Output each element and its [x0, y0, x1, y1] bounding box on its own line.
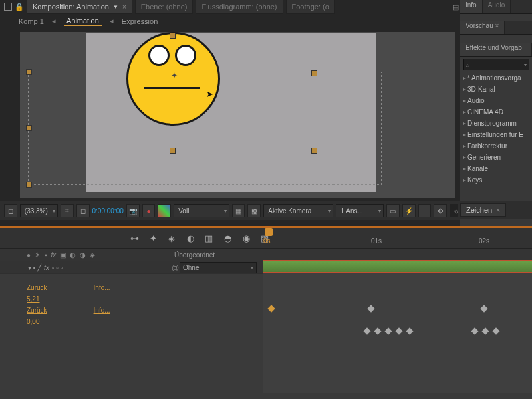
timeline-icon[interactable]: ☰ — [418, 204, 432, 217]
views-dropdown[interactable]: 1 Ans... — [336, 204, 384, 217]
frame-blend-icon[interactable]: ✦ — [146, 232, 160, 244]
motion-blur-icon[interactable]: ◐ — [70, 251, 76, 259]
tab-footage[interactable]: Footage: (o — [286, 0, 335, 14]
blend-icon[interactable]: ▣ — [60, 251, 66, 259]
resolution-icon[interactable]: ⌗ — [61, 204, 74, 217]
selection-handle[interactable] — [26, 125, 32, 131]
lock-icon[interactable]: ▪ — [45, 251, 47, 259]
fx-icon[interactable]: fx — [51, 251, 57, 259]
keyframe[interactable] — [492, 327, 499, 334]
effect-category[interactable]: ▸Kanäle — [460, 163, 532, 174]
av-icon[interactable]: ● — [27, 251, 31, 259]
category-label: 3D-Kanal — [467, 86, 495, 93]
square-icon[interactable] — [4, 3, 12, 11]
close-icon[interactable]: × — [122, 3, 126, 11]
flowchart-icon[interactable]: ⚙ — [434, 204, 447, 217]
timecode[interactable]: 0:00:00:00 — [92, 207, 124, 215]
3d-icon[interactable]: ◈ — [90, 251, 95, 259]
close-icon[interactable]: × — [496, 207, 500, 214]
tab-label: Komposition: Animation — [33, 3, 109, 11]
prop-value[interactable]: 0,00 — [27, 318, 39, 325]
grid-icon[interactable]: ▦ — [232, 204, 245, 217]
tab-composition[interactable]: Komposition: Animation ▼ × — [27, 0, 132, 14]
dropdown-icon[interactable]: ▼ — [113, 4, 118, 10]
camera-dropdown[interactable]: Aktive Kamera — [263, 204, 333, 217]
effect-category[interactable]: ▸3D-Kanal — [460, 84, 532, 95]
tab-vorschau[interactable]: Vorschau × — [460, 21, 505, 34]
shy-icon[interactable]: ⊶ — [128, 232, 141, 244]
panel-menu-icon[interactable]: ▤ — [452, 3, 459, 11]
effect-category[interactable]: ▸Audio — [460, 95, 532, 106]
pickwhip-icon[interactable]: @ — [172, 263, 179, 271]
prop-info[interactable]: Info... — [94, 284, 110, 291]
pixel-aspect-icon[interactable]: ▭ — [386, 204, 400, 217]
adjustment-icon[interactable]: ◑ — [80, 251, 86, 259]
motion-blur-icon[interactable]: ◐ — [184, 232, 197, 244]
keyframe[interactable] — [363, 327, 370, 334]
keyframe[interactable] — [374, 327, 381, 334]
effects-header: Effekte und Vorgab — [460, 43, 532, 57]
close-icon[interactable]: × — [495, 22, 499, 29]
resolution-dropdown[interactable]: Voll — [174, 204, 229, 217]
prop-control[interactable]: Zurück — [27, 307, 47, 314]
tab-flussdiagramm[interactable]: Flussdiagramm: (ohne) — [196, 0, 283, 14]
prop-value[interactable]: 5,21 — [27, 295, 39, 303]
right-panels: Info Audio Vorschau × Effekte und Vorgab… — [460, 0, 532, 226]
keyframe[interactable] — [406, 327, 413, 334]
time-ruler[interactable]: 0s 01s 02s — [263, 228, 532, 248]
effect-category[interactable]: ▸Generieren — [460, 152, 532, 163]
chevron-right-icon: ▸ — [463, 154, 466, 160]
layer-bar[interactable] — [263, 260, 532, 273]
magnify-icon[interactable]: ◻ — [4, 204, 17, 217]
keyframe[interactable] — [481, 327, 489, 334]
tab-info[interactable]: Info — [460, 0, 483, 13]
channel-icon[interactable]: ● — [142, 204, 156, 217]
roi-icon[interactable]: ◻ — [76, 204, 90, 217]
effect-category[interactable]: ▸Keys — [460, 174, 532, 186]
tab-audio[interactable]: Audio — [483, 0, 511, 13]
graph-icon[interactable]: ▥ — [202, 232, 215, 244]
lock-icon[interactable]: 🔒 — [15, 3, 24, 11]
effects-search[interactable]: ⌕▾ — [463, 59, 529, 70]
channel-icon[interactable] — [158, 204, 171, 217]
keyframe[interactable] — [480, 305, 487, 312]
fast-preview-icon[interactable]: ⚡ — [402, 204, 416, 217]
timeline-tracks[interactable] — [263, 260, 532, 393]
selection-handle[interactable] — [170, 33, 176, 39]
selection-handle[interactable] — [26, 182, 32, 188]
zoom-dropdown[interactable]: (33,3%) — [20, 204, 58, 217]
keyframe[interactable] — [267, 305, 275, 312]
effect-category[interactable]: ▸Einstellungen für E — [460, 129, 532, 140]
3d-icon[interactable]: ◈ — [165, 232, 178, 244]
brainstorm-icon[interactable]: ◓ — [221, 232, 234, 244]
solo-icon[interactable]: ☀ — [35, 251, 41, 259]
effects-title[interactable]: Effekte und Vorgab — [460, 43, 532, 56]
selection-handle[interactable] — [26, 69, 32, 75]
keyframe[interactable] — [471, 327, 478, 334]
crumb-animation[interactable]: Animation — [64, 16, 102, 26]
snapshot-icon[interactable]: 📷 — [126, 204, 140, 217]
keyframe[interactable] — [367, 305, 374, 312]
transparency-grid-icon[interactable]: ▩ — [247, 204, 261, 217]
category-label: * Animationsvorga — [467, 74, 521, 82]
prop-control[interactable]: Zurück — [27, 284, 47, 291]
keyframe[interactable] — [384, 327, 392, 334]
parent-dropdown[interactable]: Ohne — [180, 262, 257, 273]
preview-tabs: Vorschau × — [460, 21, 532, 35]
effect-category[interactable]: ▸CINEMA 4D — [460, 106, 532, 118]
layer-switches[interactable]: ▾ ▪ ╱ fx ▫ ▫ ▫ — [28, 264, 63, 271]
effect-category[interactable]: ▸* Animationsvorga — [460, 72, 532, 84]
character-panel-tab[interactable]: Zeichen × — [458, 201, 532, 219]
adjustment-icon[interactable]: ◉ — [239, 232, 253, 244]
crumb-komp1[interactable]: Komp 1 — [19, 17, 44, 25]
tab-ebene[interactable]: Ebene: (ohne) — [135, 0, 194, 14]
keyframe[interactable] — [395, 327, 402, 334]
chevron-right-icon: ▸ — [463, 166, 466, 172]
effect-category[interactable]: ▸Dienstprogramm — [460, 118, 532, 129]
crumb-expression[interactable]: Expression — [122, 17, 158, 25]
prop-info[interactable]: Info... — [94, 307, 110, 314]
info-audio-tabs: Info Audio — [460, 0, 532, 14]
effect-category[interactable]: ▸Farbkorrektur — [460, 140, 532, 152]
dropdown-icon[interactable]: ▾ — [524, 62, 527, 68]
composition-viewer[interactable]: ✦ ➤ — [20, 32, 455, 198]
